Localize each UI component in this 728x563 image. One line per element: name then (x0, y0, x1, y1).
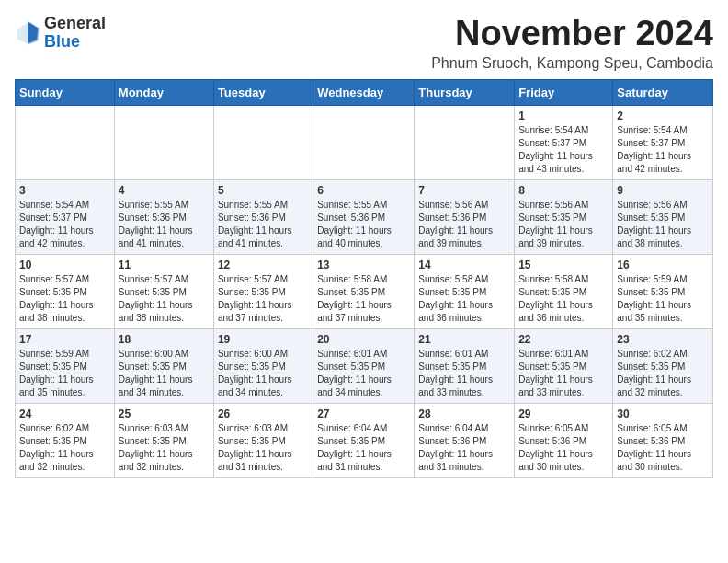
day-number: 1 (518, 109, 609, 122)
calendar-cell: 7Sunrise: 5:56 AM Sunset: 5:36 PM Daylig… (415, 179, 515, 254)
day-info: Sunrise: 6:02 AM Sunset: 5:35 PM Dayligh… (617, 348, 709, 399)
day-number: 21 (418, 333, 510, 346)
calendar-cell: 2Sunrise: 5:54 AM Sunset: 5:37 PM Daylig… (613, 105, 713, 179)
logo-general-text: General (44, 14, 106, 32)
day-number: 3 (19, 184, 110, 197)
day-number: 25 (119, 408, 210, 420)
calendar-cell: 29Sunrise: 6:05 AM Sunset: 5:36 PM Dayli… (515, 403, 613, 477)
calendar-cell: 14Sunrise: 5:58 AM Sunset: 5:35 PM Dayli… (415, 254, 515, 328)
calendar-cell: 13Sunrise: 5:58 AM Sunset: 5:35 PM Dayli… (313, 254, 415, 328)
day-info: Sunrise: 5:57 AM Sunset: 5:35 PM Dayligh… (218, 273, 309, 325)
day-number: 20 (317, 333, 410, 346)
calendar-cell: 5Sunrise: 5:55 AM Sunset: 5:36 PM Daylig… (213, 179, 313, 254)
calendar-cell: 22Sunrise: 6:01 AM Sunset: 5:35 PM Dayli… (515, 328, 613, 403)
day-info: Sunrise: 5:55 AM Sunset: 5:36 PM Dayligh… (218, 199, 309, 250)
day-info: Sunrise: 5:54 AM Sunset: 5:37 PM Dayligh… (19, 199, 110, 250)
day-info: Sunrise: 5:55 AM Sunset: 5:36 PM Dayligh… (119, 199, 210, 250)
day-number: 11 (119, 259, 210, 271)
calendar-cell: 1Sunrise: 5:54 AM Sunset: 5:37 PM Daylig… (515, 105, 613, 179)
day-info: Sunrise: 6:05 AM Sunset: 5:36 PM Dayligh… (617, 422, 709, 474)
day-info: Sunrise: 5:59 AM Sunset: 5:35 PM Dayligh… (19, 348, 110, 399)
calendar-cell (114, 105, 213, 179)
day-info: Sunrise: 6:01 AM Sunset: 5:35 PM Dayligh… (518, 348, 609, 399)
day-info: Sunrise: 5:59 AM Sunset: 5:35 PM Dayligh… (617, 273, 709, 325)
calendar-week-row: 24Sunrise: 6:02 AM Sunset: 5:35 PM Dayli… (16, 403, 713, 477)
day-number: 4 (119, 184, 210, 197)
day-info: Sunrise: 6:03 AM Sunset: 5:35 PM Dayligh… (119, 422, 210, 474)
calendar-week-row: 10Sunrise: 5:57 AM Sunset: 5:35 PM Dayli… (16, 254, 713, 328)
calendar-cell: 11Sunrise: 5:57 AM Sunset: 5:35 PM Dayli… (114, 254, 213, 328)
day-info: Sunrise: 6:02 AM Sunset: 5:35 PM Dayligh… (19, 422, 110, 474)
day-number: 2 (617, 109, 709, 122)
calendar-cell: 24Sunrise: 6:02 AM Sunset: 5:35 PM Dayli… (16, 403, 115, 477)
day-info: Sunrise: 6:04 AM Sunset: 5:35 PM Dayligh… (317, 422, 410, 474)
day-number: 6 (317, 184, 410, 197)
day-number: 15 (518, 259, 609, 271)
day-info: Sunrise: 5:58 AM Sunset: 5:35 PM Dayligh… (317, 273, 410, 325)
day-info: Sunrise: 6:00 AM Sunset: 5:35 PM Dayligh… (119, 348, 210, 399)
day-info: Sunrise: 5:58 AM Sunset: 5:35 PM Dayligh… (418, 273, 510, 325)
day-number: 18 (119, 333, 210, 346)
day-number: 16 (617, 259, 709, 271)
day-info: Sunrise: 5:56 AM Sunset: 5:36 PM Dayligh… (418, 199, 510, 250)
day-info: Sunrise: 5:56 AM Sunset: 5:35 PM Dayligh… (617, 199, 709, 250)
day-info: Sunrise: 6:03 AM Sunset: 5:35 PM Dayligh… (218, 422, 309, 474)
calendar-week-row: 3Sunrise: 5:54 AM Sunset: 5:37 PM Daylig… (16, 179, 713, 254)
calendar-cell: 10Sunrise: 5:57 AM Sunset: 5:35 PM Dayli… (16, 254, 115, 328)
day-number: 12 (218, 259, 309, 271)
calendar-week-row: 1Sunrise: 5:54 AM Sunset: 5:37 PM Daylig… (16, 105, 713, 179)
calendar-cell (313, 105, 415, 179)
col-header-tuesday: Tuesday (213, 79, 313, 105)
calendar-cell: 15Sunrise: 5:58 AM Sunset: 5:35 PM Dayli… (515, 254, 613, 328)
col-header-saturday: Saturday (613, 79, 713, 105)
calendar-cell: 26Sunrise: 6:03 AM Sunset: 5:35 PM Dayli… (213, 403, 313, 477)
calendar-cell: 9Sunrise: 5:56 AM Sunset: 5:35 PM Daylig… (613, 179, 713, 254)
day-number: 9 (617, 184, 709, 197)
calendar-cell: 27Sunrise: 6:04 AM Sunset: 5:35 PM Dayli… (313, 403, 415, 477)
day-info: Sunrise: 6:01 AM Sunset: 5:35 PM Dayligh… (418, 348, 510, 399)
logo-icon (15, 20, 40, 46)
day-info: Sunrise: 5:54 AM Sunset: 5:37 PM Dayligh… (518, 124, 609, 176)
day-info: Sunrise: 6:04 AM Sunset: 5:36 PM Dayligh… (418, 422, 510, 474)
calendar-table: SundayMondayTuesdayWednesdayThursdayFrid… (15, 79, 713, 478)
day-number: 22 (518, 333, 609, 346)
day-info: Sunrise: 6:05 AM Sunset: 5:36 PM Dayligh… (518, 422, 609, 474)
calendar-cell: 18Sunrise: 6:00 AM Sunset: 5:35 PM Dayli… (114, 328, 213, 403)
calendar-cell: 3Sunrise: 5:54 AM Sunset: 5:37 PM Daylig… (16, 179, 115, 254)
day-number: 26 (218, 408, 309, 420)
col-header-sunday: Sunday (16, 79, 115, 105)
day-number: 27 (317, 408, 410, 420)
calendar-cell: 6Sunrise: 5:55 AM Sunset: 5:36 PM Daylig… (313, 179, 415, 254)
calendar-cell: 8Sunrise: 5:56 AM Sunset: 5:35 PM Daylig… (515, 179, 613, 254)
day-number: 10 (19, 259, 110, 271)
month-title: November 2024 (431, 15, 713, 53)
day-number: 19 (218, 333, 309, 346)
day-number: 17 (19, 333, 110, 346)
calendar-week-row: 17Sunrise: 5:59 AM Sunset: 5:35 PM Dayli… (16, 328, 713, 403)
calendar-cell: 4Sunrise: 5:55 AM Sunset: 5:36 PM Daylig… (114, 179, 213, 254)
day-number: 24 (19, 408, 110, 420)
day-info: Sunrise: 5:56 AM Sunset: 5:35 PM Dayligh… (518, 199, 609, 250)
col-header-wednesday: Wednesday (313, 79, 415, 105)
calendar-cell (213, 105, 313, 179)
calendar-cell: 17Sunrise: 5:59 AM Sunset: 5:35 PM Dayli… (16, 328, 115, 403)
day-number: 5 (218, 184, 309, 197)
col-header-thursday: Thursday (415, 79, 515, 105)
day-number: 13 (317, 259, 410, 271)
calendar-cell: 23Sunrise: 6:02 AM Sunset: 5:35 PM Dayli… (613, 328, 713, 403)
calendar-cell (415, 105, 515, 179)
page-header: General Blue November 2024 Phnum Sruoch,… (15, 15, 713, 72)
day-info: Sunrise: 6:01 AM Sunset: 5:35 PM Dayligh… (317, 348, 410, 399)
calendar-cell: 16Sunrise: 5:59 AM Sunset: 5:35 PM Dayli… (613, 254, 713, 328)
day-info: Sunrise: 5:55 AM Sunset: 5:36 PM Dayligh… (317, 199, 410, 250)
day-number: 7 (418, 184, 510, 197)
logo-blue-text: Blue (44, 32, 80, 51)
calendar-cell (16, 105, 115, 179)
day-info: Sunrise: 6:00 AM Sunset: 5:35 PM Dayligh… (218, 348, 309, 399)
calendar-cell: 28Sunrise: 6:04 AM Sunset: 5:36 PM Dayli… (415, 403, 515, 477)
calendar-cell: 25Sunrise: 6:03 AM Sunset: 5:35 PM Dayli… (114, 403, 213, 477)
logo: General Blue (15, 15, 106, 52)
calendar-cell: 20Sunrise: 6:01 AM Sunset: 5:35 PM Dayli… (313, 328, 415, 403)
calendar-cell: 21Sunrise: 6:01 AM Sunset: 5:35 PM Dayli… (415, 328, 515, 403)
location-text: Phnum Sruoch, Kampong Speu, Cambodia (431, 55, 713, 72)
